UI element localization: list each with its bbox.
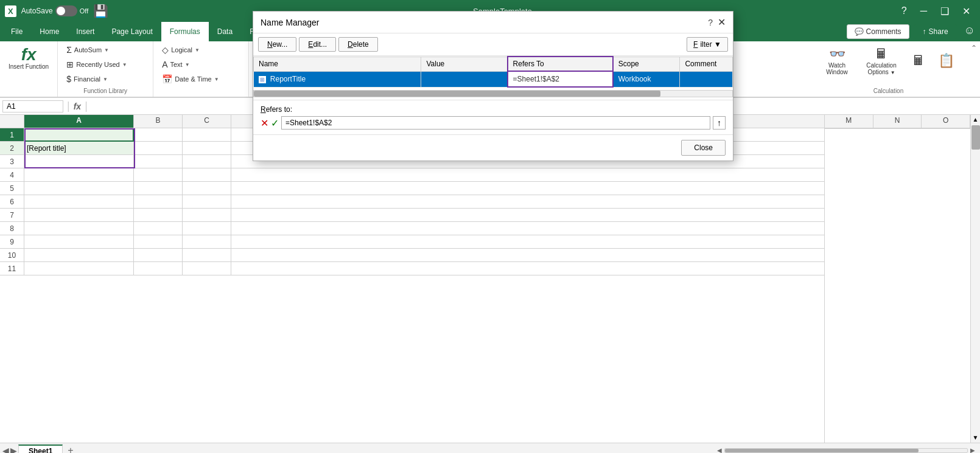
autosum-button[interactable]: Σ AutoSum ▼ <box>63 44 148 56</box>
refers-to-input[interactable] <box>281 116 710 130</box>
calculate-sheet-icon: 📋 <box>938 53 954 69</box>
table-row[interactable]: ⊞ ReportTitle =Sheet1!$A$2 Workbook <box>254 71 733 87</box>
calculation-options-icon: 🖩 <box>875 46 888 62</box>
date-time-button[interactable]: 📅 Date & Time ▼ <box>158 73 243 85</box>
comments-button[interactable]: 💬 Comments <box>847 24 909 39</box>
help-button[interactable]: ? <box>897 3 912 19</box>
share-button[interactable]: ↑ Share <box>914 24 957 39</box>
watch-window-button[interactable]: 👓 Watch Window <box>819 44 855 78</box>
new-button[interactable]: NNew...ew... <box>258 37 296 52</box>
text-button[interactable]: A Text ▼ <box>158 58 243 71</box>
refers-to-label: Refers to: <box>261 105 726 114</box>
col-header-o[interactable]: O <box>922 115 970 128</box>
save-icon[interactable]: 💾 <box>93 4 108 18</box>
cell-a1[interactable] <box>24 128 134 142</box>
cell-scope: Workbook <box>613 71 680 87</box>
delete-button[interactable]: Delete <box>338 37 378 52</box>
filter-button[interactable]: Filter ▼ <box>687 37 728 52</box>
tab-insert[interactable]: Insert <box>68 22 103 41</box>
refers-expand-button[interactable]: ↑ <box>713 116 726 130</box>
cell-a2[interactable]: [Report title] <box>24 142 134 155</box>
calculation-options-button[interactable]: 🖩 Calculation Options ▼ <box>860 44 903 78</box>
calculate-now-button[interactable]: 🖩 <box>908 50 929 71</box>
name-icon: ⊞ <box>259 76 266 83</box>
sheet-tab-sheet1[interactable]: Sheet1 <box>18 444 63 454</box>
name-box[interactable] <box>2 100 63 112</box>
date-time-caret: ▼ <box>214 77 219 82</box>
watch-window-icon: 👓 <box>829 46 845 62</box>
calculate-sheet-button[interactable]: 📋 <box>934 50 958 71</box>
edit-button[interactable]: Edit... <box>299 37 336 52</box>
cell-a3[interactable] <box>24 155 134 168</box>
sheet-tabs: ◀ ▶ Sheet1 + ◀ ▶ <box>0 443 980 453</box>
insert-function-button[interactable]: fx Insert Function <box>5 44 52 72</box>
financial-button[interactable]: $ Financial ▼ <box>63 73 148 85</box>
dialog-close-btn[interactable]: Close <box>681 140 726 156</box>
cell-c3[interactable] <box>183 155 231 168</box>
formula-bar-divider2: | <box>85 100 88 112</box>
col-header-c[interactable]: C <box>183 115 231 128</box>
autosave-label: AutoSave Off <box>21 5 89 16</box>
cell-c1[interactable] <box>183 128 231 142</box>
dialog-close-button[interactable]: ✕ <box>718 16 726 28</box>
dialog-help-button[interactable]: ? <box>708 16 713 28</box>
col-header-n[interactable]: N <box>873 115 922 128</box>
col-header-b[interactable]: B <box>134 115 183 128</box>
text-caret: ▼ <box>185 62 190 67</box>
tab-data[interactable]: Data <box>209 22 241 41</box>
spreadsheet: A B C 1 2 [Report title] 3 <box>0 115 980 443</box>
cell-b1[interactable] <box>134 128 183 142</box>
tab-page-layout[interactable]: Page Layout <box>103 22 161 41</box>
minimize-button[interactable]: ─ <box>915 3 932 19</box>
ribbon-expand-btn[interactable]: ⌃ <box>968 41 980 97</box>
row-num-2: 2 <box>0 142 24 155</box>
tab-file[interactable]: File <box>2 22 31 41</box>
vertical-scrollbar[interactable]: ▲ ▼ <box>970 115 980 443</box>
add-sheet-button[interactable]: + <box>64 445 77 454</box>
dialog-toolbar: NNew...ew... Edit... Delete Filter ▼ <box>253 33 733 56</box>
scroll-right-icon[interactable]: ▶ <box>970 447 975 453</box>
text-icon: A <box>162 60 167 69</box>
scroll-left-icon[interactable]: ◀ <box>717 447 722 453</box>
restore-button[interactable]: ❑ <box>936 3 954 19</box>
refers-ok-button[interactable]: ✓ <box>271 117 279 129</box>
right-grid-area: M N O <box>824 115 970 443</box>
sheet-nav-left[interactable]: ◀ <box>2 446 9 454</box>
col-header-m[interactable]: M <box>825 115 873 128</box>
comments-icon: 💬 <box>855 27 864 36</box>
col-header-scope[interactable]: Scope <box>613 57 680 71</box>
cell-c2[interactable] <box>183 142 231 155</box>
name-manager-dialog[interactable]: Name Manager ? ✕ NNew...ew... Edit... De… <box>253 11 733 161</box>
col-header-refers-to[interactable]: Refers To <box>508 57 613 71</box>
col-header-comment[interactable]: Comment <box>680 57 733 71</box>
close-button[interactable]: ✕ <box>957 3 975 19</box>
logical-icon: ◇ <box>162 45 169 55</box>
tab-home[interactable]: Home <box>31 22 68 41</box>
logical-button[interactable]: ◇ Logical ▼ <box>158 44 243 56</box>
formula-bar-divider: | <box>67 100 70 112</box>
refers-cancel-button[interactable]: ✕ <box>261 117 268 129</box>
recently-used-button[interactable]: ⊞ Recently Used ▼ <box>63 58 148 71</box>
col-header-name[interactable]: Name <box>254 57 421 71</box>
table-scrollbar[interactable] <box>253 90 733 97</box>
autosum-caret: ▼ <box>104 47 109 53</box>
dialog-refers-to-section: Refers to: ✕ ✓ ↑ <box>253 100 733 134</box>
name-table: Name Value Refers To Scope Comment ⊞ Rep… <box>253 56 733 88</box>
sheet-nav-right[interactable]: ▶ <box>10 446 17 454</box>
autosave-toggle[interactable] <box>55 5 77 16</box>
title-bar-right: ? ─ ❑ ✕ <box>897 3 975 19</box>
cell-name: ⊞ ReportTitle <box>254 71 421 87</box>
tab-formulas[interactable]: Formulas <box>161 22 209 41</box>
fx-icon: fx <box>21 46 37 63</box>
cell-b3[interactable] <box>134 155 183 168</box>
share-icon: ↑ <box>923 27 926 36</box>
col-header-a[interactable]: A <box>24 115 134 128</box>
excel-logo: X <box>5 5 16 17</box>
cell-comment <box>680 71 733 87</box>
col-header-value[interactable]: Value <box>421 57 508 71</box>
cell-b2[interactable] <box>134 142 183 155</box>
horizontal-scrollbar[interactable] <box>724 448 968 453</box>
main-area: A B C 1 2 [Report title] 3 <box>0 115 980 443</box>
formula-bar-fx[interactable]: fx <box>74 102 81 111</box>
smiley-icon[interactable]: ☺ <box>959 22 980 41</box>
